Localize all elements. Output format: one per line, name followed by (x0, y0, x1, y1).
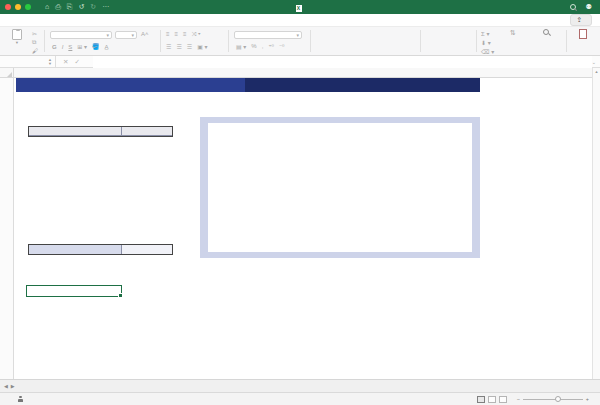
share-icon: ⇪ (577, 16, 582, 24)
decimal-decrease-icon[interactable]: ⁻⁰ (279, 43, 285, 50)
find-select-button[interactable] (528, 29, 564, 36)
zoom-in-icon[interactable]: + (586, 396, 589, 402)
percent-format-icon[interactable]: % (251, 43, 256, 50)
namebox-stepper-icon[interactable]: ▲▼ (48, 58, 52, 66)
font-name-select[interactable]: ▾ (50, 31, 112, 39)
page-break-view-button[interactable] (499, 396, 507, 403)
sort-filter-icon: ⇅ (510, 29, 516, 37)
chart-background-area (200, 117, 480, 258)
save-icon[interactable]: ⎙ (55, 3, 61, 11)
name-box[interactable]: ▲▼ (0, 56, 56, 68)
share-button[interactable]: ⇪ (570, 14, 592, 26)
create-pdf-button[interactable] (568, 29, 598, 39)
cut-icon[interactable]: ✂ (32, 30, 38, 37)
font-size-select[interactable]: ▾ (115, 31, 137, 39)
pdf-icon (579, 29, 587, 39)
align-middle-icon[interactable]: ≡ (175, 31, 179, 38)
align-top-icon[interactable]: ≡ (166, 31, 170, 38)
excel-doc-icon: X (296, 5, 302, 12)
align-right-icon[interactable]: ☰ (187, 43, 192, 50)
status-bar: − + (0, 392, 600, 405)
cancel-entry-icon[interactable]: ✕ (63, 58, 68, 66)
borders-icon[interactable]: ⊞ ▾ (77, 43, 87, 50)
close-window-button[interactable] (5, 4, 11, 10)
undo-icon[interactable]: ↺ (78, 3, 84, 11)
home-icon[interactable]: ⌂ (45, 3, 49, 11)
table-header-row (29, 127, 172, 137)
currency-format-icon[interactable]: ▤ ▾ (236, 43, 246, 50)
column-headers (0, 68, 600, 78)
confirm-entry-icon[interactable]: ✓ (74, 58, 79, 66)
zoom-slider[interactable] (523, 399, 583, 400)
comma-format-icon[interactable]: , (262, 43, 264, 50)
italic-button[interactable]: I (62, 44, 64, 50)
sort-filter-button[interactable]: ⇅ (498, 29, 528, 37)
ribbon: ▾ ✂ ⧉ 🖌 ▾ ▾ A˄ G I S ⊞ ▾ 🪣 A̲ ≡ ≡ ≡ ⤨ ▾ (0, 27, 600, 56)
formula-bar: ▲▼ ✕ ✓ ⌄ (0, 56, 600, 68)
formula-input[interactable] (93, 56, 592, 68)
total-row-table (28, 244, 173, 255)
selected-cell-d26[interactable] (26, 285, 122, 297)
find-icon (543, 29, 549, 35)
fill-color-icon[interactable]: 🪣 (92, 43, 100, 50)
fill-icon[interactable]: ⬇ ▾ (481, 39, 494, 46)
align-center-icon[interactable]: ☰ (176, 43, 181, 50)
formula-bar-expand-icon[interactable]: ⌄ (592, 59, 600, 65)
revenue-chart[interactable] (208, 123, 472, 252)
select-all-corner[interactable] (0, 68, 14, 78)
decimal-increase-icon[interactable]: ⁺⁰ (268, 43, 274, 50)
add-sheet-button[interactable] (19, 380, 31, 392)
zoom-out-icon[interactable]: − (517, 396, 520, 402)
search-icon[interactable] (570, 4, 576, 10)
underline-button[interactable]: S (68, 44, 72, 50)
tabs-scroll-right-icon[interactable]: ▶ (11, 383, 15, 389)
normal-view-button[interactable] (477, 396, 485, 403)
number-format-select[interactable]: ▾ (234, 31, 302, 39)
orientation-icon[interactable]: ⤨ ▾ (192, 31, 201, 38)
font-grow-icon[interactable]: A˄ (141, 31, 149, 37)
value-header-cell[interactable] (122, 127, 172, 136)
monthly-revenue-table (28, 126, 173, 138)
sheet-title-banner (16, 78, 245, 92)
total-value-cell[interactable] (122, 245, 172, 254)
share-user-icon[interactable]: ⚉ (586, 3, 592, 11)
merge-center-icon[interactable]: ▣ ▾ (197, 43, 207, 50)
redo-icon[interactable]: ↻ (90, 3, 96, 11)
chart-plot-area (244, 140, 462, 222)
copy-icon[interactable]: ⧉ (32, 39, 38, 46)
paste-button[interactable]: ▾ (4, 29, 30, 45)
tabs-scroll-left-icon[interactable]: ◀ (4, 383, 8, 389)
more-icon[interactable]: ⋯ (102, 3, 109, 11)
minimize-window-button[interactable] (15, 4, 21, 10)
sheet-tab-bar: ◀ ▶ (0, 379, 600, 392)
sheet-title-banner-extension (245, 78, 480, 92)
vertical-scrollbar[interactable]: ▲ (592, 68, 600, 379)
clear-icon[interactable]: ⌫ ▾ (481, 48, 494, 55)
print-icon[interactable]: ⎘ (67, 3, 73, 11)
row-headers (0, 78, 14, 379)
align-left-icon[interactable]: ☰ (166, 43, 171, 50)
align-bottom-icon[interactable]: ≡ (183, 31, 187, 38)
total-label-cell[interactable] (29, 245, 122, 254)
font-color-icon[interactable]: A̲ (105, 44, 109, 50)
excel-window: ⌂ ⎙ ⎘ ↺ ↻ ⋯ X ⚉ ⇪ ▾ ✂ (0, 0, 600, 405)
titlebar: ⌂ ⎙ ⎘ ↺ ↻ ⋯ X ⚉ (0, 0, 600, 14)
autosum-icon[interactable]: Σ ▾ (481, 30, 494, 37)
year-header-cell[interactable] (29, 127, 122, 136)
bold-button[interactable]: G (52, 44, 57, 50)
format-painter-icon[interactable]: 🖌 (32, 48, 38, 54)
clipboard-icon (12, 29, 22, 40)
page-layout-view-button[interactable] (488, 396, 496, 403)
ribbon-tab-bar: ⇪ (0, 14, 600, 27)
maximize-window-button[interactable] (25, 4, 31, 10)
accessibility-icon (18, 396, 23, 402)
